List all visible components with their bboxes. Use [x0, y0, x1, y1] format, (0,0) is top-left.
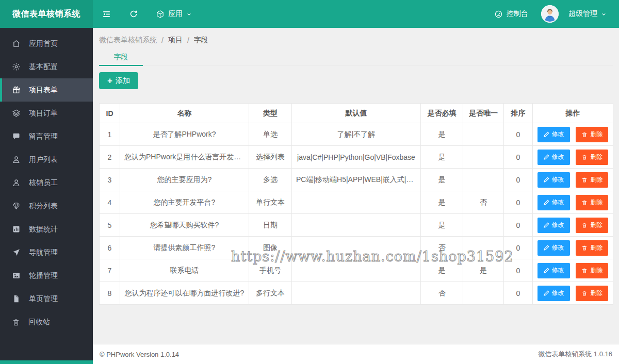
cell-required: 是: [421, 214, 463, 237]
sidebar-item-single-page[interactable]: 单页管理: [0, 287, 93, 310]
app-menu-button[interactable]: 应用: [147, 0, 201, 28]
sidebar-item-user-list[interactable]: 用户列表: [0, 148, 93, 171]
cell-required: 否: [421, 282, 463, 305]
header-unique: 是否唯一: [463, 104, 504, 123]
header-actions: 操作: [533, 104, 613, 123]
cell-name: 是否了解PHPwork?: [120, 123, 249, 146]
edit-button[interactable]: 修改: [537, 195, 570, 210]
edit-button[interactable]: 修改: [537, 172, 570, 188]
cell-default: [292, 191, 421, 214]
edit-button[interactable]: 修改: [537, 150, 570, 165]
sidebar-item-project-order[interactable]: 项目订单: [0, 102, 93, 125]
cell-unique: [463, 214, 504, 237]
cell-sort: 0: [504, 169, 533, 191]
footer-system-version: 微信表单核销系统 1.0.16: [538, 350, 612, 359]
delete-button[interactable]: 删除: [576, 218, 608, 233]
header-default: 默认值: [292, 104, 421, 123]
cell-name: 您希望哪天购买软件?: [120, 214, 249, 237]
cell-unique: [463, 169, 504, 191]
cell-default: [292, 282, 421, 305]
avatar[interactable]: [541, 5, 559, 23]
cell-required: 否: [421, 237, 463, 259]
sidebar-item-label: 项目表单: [29, 86, 58, 95]
cell-sort: 0: [504, 214, 533, 237]
delete-button[interactable]: 删除: [576, 172, 608, 188]
sidebar-item-nav-mgmt[interactable]: 导航管理: [0, 241, 93, 264]
main-content: 微信表单核销系统 / 项目 / 字段 字段 + 添加 ID 名称 类型 默认值 …: [93, 28, 619, 364]
console-button[interactable]: 控制台: [485, 0, 537, 28]
cell-id: 5: [100, 214, 120, 237]
delete-button[interactable]: 删除: [576, 286, 608, 301]
sidebar-item-carousel-mgmt[interactable]: 轮播管理: [0, 264, 93, 287]
sidebar-item-label: 核销员工: [29, 178, 58, 188]
delete-button-label: 删除: [590, 221, 602, 229]
user-menu-button[interactable]: 超级管理: [560, 0, 619, 28]
sidebar-item-label: 回收站: [28, 318, 50, 327]
sidebar-item-label: 轮播管理: [29, 271, 58, 280]
file-icon: [12, 294, 21, 303]
refresh-button[interactable]: [120, 0, 147, 28]
header-required: 是否必填: [421, 104, 463, 123]
cell-sort: 0: [504, 259, 533, 282]
cell-actions: 修改 删除: [533, 237, 613, 259]
delete-button[interactable]: 删除: [576, 195, 608, 210]
table-row: 4 您的主要开发平台? 单行文本 是 否 0 修改: [100, 191, 613, 214]
sidebar-item-project-form[interactable]: 项目表单: [0, 78, 93, 102]
sidebar-item-app-home[interactable]: 应用首页: [0, 32, 93, 55]
sidebar: 应用首页 基本配置 项目表单 项目订单: [0, 28, 93, 364]
trash-icon: [12, 318, 20, 326]
user-icon: [12, 178, 21, 187]
sidebar-item-label: 积分列表: [29, 202, 58, 211]
delete-button-label: 删除: [590, 289, 602, 297]
edit-button-label: 修改: [552, 153, 564, 161]
sidebar-item-label: 单页管理: [29, 294, 58, 304]
sidebar-item-verify-staff[interactable]: 核销员工: [0, 171, 93, 194]
cell-actions: 修改 删除: [533, 259, 613, 282]
footer-copyright: © PHPwork Version 1.0.14: [100, 351, 179, 358]
sidebar-item-points-list[interactable]: 积分列表: [0, 194, 93, 218]
sidebar-item-data-stats[interactable]: 数据统计: [0, 218, 93, 241]
edit-button[interactable]: 修改: [537, 218, 570, 233]
cell-actions: 修改 删除: [533, 123, 613, 146]
cell-default: PC端|移动端H5|APP|WEB|嵌入式|桌面: [292, 169, 421, 191]
delete-button[interactable]: 删除: [576, 240, 608, 256]
delete-button[interactable]: 删除: [576, 263, 608, 278]
trash-icon: [581, 290, 588, 296]
footer: © PHPwork Version 1.0.14 微信表单核销系统 1.0.16: [93, 344, 619, 364]
sidebar-bottom-accent: [0, 360, 93, 364]
breadcrumb-current: 字段: [194, 36, 208, 45]
delete-button[interactable]: 删除: [576, 150, 608, 165]
cell-required: 是: [421, 191, 463, 214]
sidebar-item-label: 应用首页: [29, 39, 58, 48]
edit-button[interactable]: 修改: [537, 127, 570, 142]
delete-button-label: 删除: [590, 243, 602, 252]
edit-button[interactable]: 修改: [537, 263, 570, 278]
edit-button-label: 修改: [552, 221, 564, 229]
chevron-down-icon: [186, 11, 192, 17]
cell-name: 联系电话: [120, 259, 249, 282]
user-icon: [12, 155, 21, 164]
breadcrumb-section[interactable]: 项目: [168, 36, 183, 45]
sidebar-item-basic-config[interactable]: 基本配置: [0, 55, 93, 78]
cell-unique: 否: [463, 191, 504, 214]
cell-unique: 是: [463, 259, 504, 282]
edit-button[interactable]: 修改: [537, 240, 570, 256]
cell-id: 4: [100, 191, 120, 214]
tab-fields[interactable]: 字段: [99, 49, 143, 66]
breadcrumb-root[interactable]: 微信表单核销系统: [99, 36, 157, 45]
edit-button-label: 修改: [552, 289, 564, 297]
add-button[interactable]: + 添加: [99, 72, 138, 89]
cell-type: 手机号: [249, 259, 292, 282]
send-icon: [12, 248, 21, 257]
pencil-icon: [543, 131, 549, 138]
cell-unique: [463, 237, 504, 259]
sidebar-item-recycle-bin[interactable]: 回收站: [0, 310, 93, 334]
sidebar-item-message-mgmt[interactable]: 留言管理: [0, 125, 93, 148]
fields-table-wrap: ID 名称 类型 默认值 是否必填 是否唯一 排序 操作 1 是否了解PHPwo…: [99, 103, 613, 305]
collapse-sidebar-button[interactable]: [93, 0, 120, 28]
cell-unique: [463, 282, 504, 305]
edit-button[interactable]: 修改: [537, 286, 570, 301]
breadcrumb-separator: /: [161, 36, 164, 44]
delete-button[interactable]: 删除: [576, 127, 608, 142]
trash-icon: [581, 131, 588, 138]
